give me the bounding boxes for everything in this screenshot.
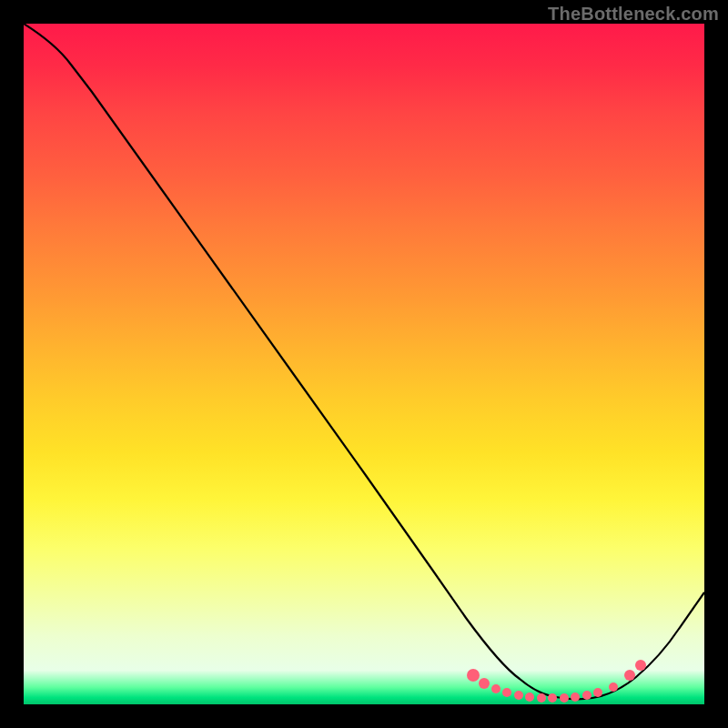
- svg-point-14: [635, 660, 646, 671]
- svg-point-0: [467, 669, 480, 682]
- gradient-plot-area: [24, 24, 704, 704]
- svg-point-10: [582, 691, 592, 700]
- svg-point-13: [624, 670, 635, 681]
- svg-point-4: [514, 691, 523, 700]
- svg-point-5: [525, 693, 534, 702]
- svg-point-7: [548, 693, 557, 703]
- bottleneck-curve: [24, 24, 704, 699]
- svg-point-1: [479, 678, 490, 689]
- chart-frame: TheBottleneck.com: [0, 0, 728, 728]
- svg-point-12: [609, 682, 618, 692]
- svg-point-8: [560, 693, 569, 703]
- curve-svg: [24, 24, 704, 704]
- watermark-text: TheBottleneck.com: [548, 4, 719, 25]
- svg-point-2: [491, 684, 500, 693]
- svg-point-3: [502, 688, 511, 697]
- svg-point-9: [571, 693, 580, 702]
- optimal-range-markers: [467, 660, 646, 703]
- svg-point-6: [537, 693, 546, 703]
- svg-point-11: [593, 688, 602, 697]
